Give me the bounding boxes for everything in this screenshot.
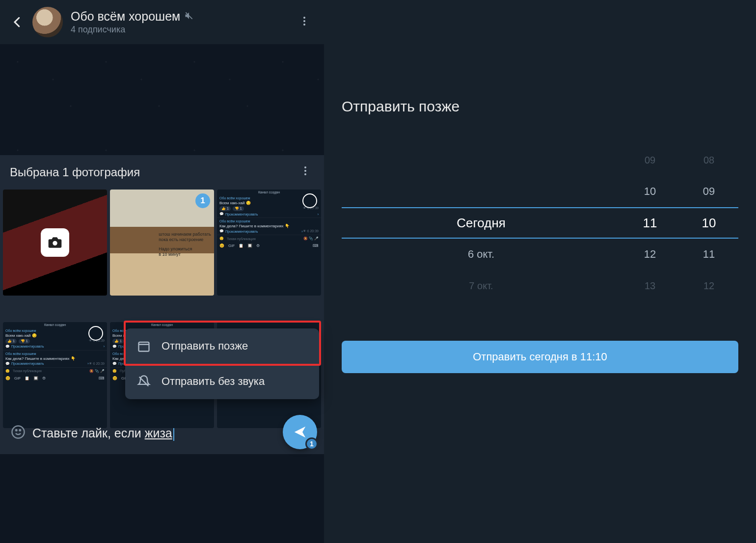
picker-cell[interactable] — [342, 144, 621, 176]
svg-point-10 — [20, 430, 21, 431]
mini-msg: Как дела? Пишите в комментариях 👇 — [5, 356, 105, 361]
mini-banner: Канал создан — [110, 322, 214, 327]
svg-rect-7 — [139, 342, 149, 352]
chat-title: Обо всём хорошем — [71, 9, 180, 24]
mini-channel: Обо всём хорошем — [219, 219, 319, 223]
send-button[interactable]: 1 — [283, 415, 317, 449]
compose-bar: Ставьте лайк, если жиза — [3, 419, 321, 448]
compose-input[interactable]: Ставьте лайк, если жиза — [32, 426, 313, 440]
hour-column[interactable]: 09 10 11 12 13 — [621, 144, 679, 301]
picker-cell[interactable]: 12 — [621, 239, 679, 270]
selection-circle[interactable] — [302, 193, 317, 208]
text-cursor — [173, 428, 174, 441]
chat-panel: Обо всём хорошем 4 подписчика Выбрана 1 … — [0, 0, 324, 454]
camera-icon — [41, 228, 69, 257]
confirm-schedule-button[interactable]: Отправить сегодня в 11:10 — [342, 341, 738, 373]
picker-cell[interactable]: 09 — [621, 144, 679, 176]
minute-column[interactable]: 08 09 10 11 12 — [679, 144, 738, 301]
thumb-text: штош начинаем работать — [159, 232, 211, 237]
compose-text-prefix: Ставьте лайк, если — [32, 426, 145, 440]
picker-cell[interactable]: 11 — [679, 239, 738, 270]
svg-point-2 — [303, 24, 305, 26]
svg-point-9 — [16, 430, 17, 431]
picker-cell[interactable]: Сегодня — [342, 207, 621, 239]
thumb-text: в 10 минут — [159, 252, 211, 257]
bell-off-icon — [137, 375, 151, 388]
schedule-send-item[interactable]: Отправить позже — [125, 328, 319, 364]
chat-header: Обо всём хорошем 4 подписчика — [0, 0, 324, 44]
thumb-text: Надо уложиться — [159, 246, 211, 252]
gallery-thumb[interactable]: Канал создан Обо всём хорошем Всем хаю-х… — [217, 190, 321, 296]
schedule-dialog: Отправить позже Сегодня 6 окт. 7 окт. 09… — [324, 0, 756, 543]
svg-point-6 — [53, 241, 57, 245]
gallery-thumb[interactable]: Канал создан Обо всём хорошем Всем хаю-х… — [3, 322, 107, 428]
menu-label: Отправить позже — [162, 340, 248, 353]
selection-circle[interactable] — [88, 326, 103, 341]
sheet-more-button[interactable] — [297, 162, 314, 183]
chat-title-block[interactable]: Обо всём хорошем 4 подписчика — [71, 9, 287, 35]
chat-avatar[interactable] — [32, 7, 63, 37]
date-column[interactable]: Сегодня 6 окт. 7 окт. — [342, 144, 621, 301]
mini-comment: Прокомментировать — [11, 345, 44, 348]
mini-react: 👎 1 — [233, 206, 244, 211]
emoji-button[interactable] — [11, 425, 26, 442]
mini-comment: Прокомментировать — [11, 362, 44, 365]
back-button[interactable] — [10, 15, 25, 29]
subscribers-count: 4 подписчика — [71, 25, 287, 35]
schedule-title: Отправить позже — [342, 98, 738, 115]
svg-point-4 — [304, 170, 306, 172]
svg-point-0 — [303, 17, 305, 19]
gallery-grid: 1 штош начинаем работать пока есть настр… — [0, 190, 324, 454]
picker-cell[interactable]: 08 — [679, 144, 738, 176]
thumb-text: пока есть настроение — [159, 237, 211, 243]
datetime-picker[interactable]: Сегодня 6 окт. 7 окт. 09 10 11 12 13 08 … — [342, 144, 738, 301]
mini-comment: Прокомментировать — [225, 213, 258, 216]
svg-point-5 — [304, 173, 306, 175]
picker-cell[interactable]: 10 — [679, 207, 738, 239]
selection-badge[interactable]: 1 — [195, 193, 210, 208]
picker-cell[interactable]: 10 — [621, 176, 679, 207]
header-more-button[interactable] — [295, 11, 314, 33]
picker-cell[interactable]: 09 — [679, 176, 738, 207]
picker-cell[interactable]: 12 — [679, 270, 738, 301]
sheet-title: Выбрана 1 фотография — [10, 165, 140, 179]
send-badge: 1 — [305, 437, 318, 450]
mini-channel: Обо всём хорошем — [5, 352, 105, 355]
gallery-thumb[interactable]: 1 штош начинаем работать пока есть настр… — [110, 190, 214, 296]
send-options-menu: Отправить позже Отправить без звука — [125, 328, 319, 399]
mini-react: 👍 1 — [5, 339, 17, 344]
mini-comment: Прокомментировать — [225, 230, 258, 233]
menu-label: Отправить без звука — [162, 375, 265, 388]
mini-gif: GIF — [228, 244, 235, 248]
picker-cell[interactable]: 7 окт. — [342, 270, 621, 301]
mini-gif: GIF — [14, 376, 21, 380]
mini-banner: Канал создан — [3, 322, 107, 327]
svg-point-1 — [303, 20, 305, 22]
mini-react: 👎 1 — [19, 339, 30, 344]
camera-tile[interactable] — [3, 190, 107, 296]
silent-send-item[interactable]: Отправить без звука — [125, 364, 319, 399]
mini-msg: Как дела? Пишите в комментариях 👇 — [219, 224, 319, 228]
mini-react: 👍 1 — [219, 206, 231, 211]
picker-cell[interactable]: 6 окт. — [342, 239, 621, 270]
svg-point-8 — [12, 426, 25, 438]
muted-icon — [184, 9, 194, 24]
picker-cell[interactable]: 11 — [621, 207, 679, 239]
mini-time: 👁 6 20:39 — [303, 229, 319, 233]
mini-react: 👍 1 — [112, 339, 124, 344]
compose-text-underlined: жиза — [145, 426, 172, 440]
mini-placeholder: Тихая публикация — [13, 369, 42, 373]
picker-cell[interactable] — [342, 176, 621, 207]
mini-time: 👁 6 20:39 — [89, 362, 105, 365]
attachment-sheet: Выбрана 1 фотография 1 штош начинаем раб… — [0, 155, 324, 454]
mini-placeholder: Тихая публикация — [227, 237, 256, 241]
svg-point-3 — [304, 166, 306, 168]
calendar-icon — [137, 339, 151, 353]
picker-cell[interactable]: 13 — [621, 270, 679, 301]
